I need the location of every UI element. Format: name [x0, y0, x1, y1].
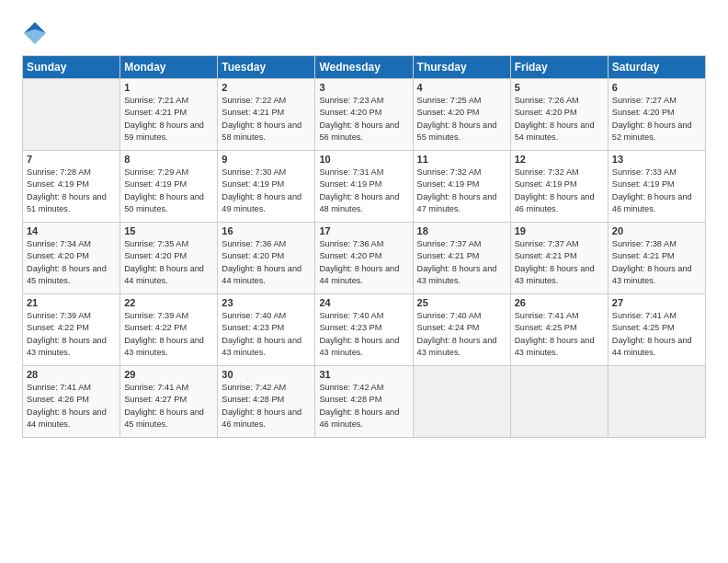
sunset-text: Sunset: 4:19 PM: [222, 178, 311, 190]
sunset-text: Sunset: 4:20 PM: [319, 250, 408, 262]
weekday-header: Wednesday: [315, 56, 413, 79]
calendar-cell: [510, 366, 608, 438]
sunrise-text: Sunrise: 7:41 AM: [124, 382, 213, 394]
day-info: Sunrise: 7:22 AMSunset: 4:21 PMDaylight:…: [222, 95, 311, 144]
sunset-text: Sunset: 4:20 PM: [515, 107, 604, 119]
day-info: Sunrise: 7:31 AMSunset: 4:19 PMDaylight:…: [319, 167, 408, 215]
sunset-text: Sunset: 4:23 PM: [222, 322, 311, 334]
day-number: 11: [417, 154, 506, 165]
day-number: 18: [417, 225, 506, 236]
day-info: Sunrise: 7:34 AMSunset: 4:20 PMDaylight:…: [27, 238, 116, 287]
sunrise-text: Sunrise: 7:21 AM: [124, 95, 213, 107]
day-info: Sunrise: 7:32 AMSunset: 4:19 PMDaylight:…: [417, 167, 506, 215]
calendar-week-row: 28Sunrise: 7:41 AMSunset: 4:26 PMDayligh…: [23, 366, 706, 438]
calendar-cell: 2Sunrise: 7:22 AMSunset: 4:21 PMDaylight…: [218, 79, 315, 151]
sunset-text: Sunset: 4:24 PM: [417, 322, 506, 334]
calendar-cell: [23, 79, 120, 151]
header-row: SundayMondayTuesdayWednesdayThursdayFrid…: [23, 56, 706, 79]
sunrise-text: Sunrise: 7:39 AM: [124, 310, 213, 322]
day-number: 12: [515, 154, 604, 165]
day-info: Sunrise: 7:29 AMSunset: 4:19 PMDaylight:…: [124, 167, 213, 215]
sunset-text: Sunset: 4:20 PM: [319, 107, 408, 119]
day-number: 27: [612, 297, 701, 308]
sunset-text: Sunset: 4:19 PM: [515, 178, 604, 190]
calendar-week-row: 7Sunrise: 7:28 AMSunset: 4:19 PMDaylight…: [23, 151, 706, 223]
sunrise-text: Sunrise: 7:41 AM: [515, 310, 604, 322]
sunset-text: Sunset: 4:22 PM: [124, 322, 213, 334]
day-info: Sunrise: 7:42 AMSunset: 4:28 PMDaylight:…: [222, 382, 311, 431]
day-info: Sunrise: 7:37 AMSunset: 4:21 PMDaylight:…: [417, 238, 506, 287]
day-info: Sunrise: 7:38 AMSunset: 4:21 PMDaylight:…: [612, 238, 701, 287]
daylight-text: Daylight: 8 hours and 50 minutes.: [124, 191, 213, 216]
sunset-text: Sunset: 4:20 PM: [417, 107, 506, 119]
calendar-week-row: 1Sunrise: 7:21 AMSunset: 4:21 PMDaylight…: [23, 79, 706, 151]
weekday-header: Thursday: [413, 56, 510, 79]
sunset-text: Sunset: 4:20 PM: [612, 107, 701, 119]
sunset-text: Sunset: 4:20 PM: [222, 250, 311, 262]
day-info: Sunrise: 7:26 AMSunset: 4:20 PMDaylight:…: [515, 95, 604, 144]
day-info: Sunrise: 7:32 AMSunset: 4:19 PMDaylight:…: [515, 167, 604, 215]
sunrise-text: Sunrise: 7:26 AM: [515, 95, 604, 107]
calendar-cell: 30Sunrise: 7:42 AMSunset: 4:28 PMDayligh…: [218, 366, 315, 438]
day-number: 23: [222, 297, 311, 308]
calendar-cell: 22Sunrise: 7:39 AMSunset: 4:22 PMDayligh…: [120, 294, 218, 366]
sunrise-text: Sunrise: 7:27 AM: [612, 95, 701, 107]
daylight-text: Daylight: 8 hours and 43 minutes.: [515, 263, 604, 288]
day-info: Sunrise: 7:27 AMSunset: 4:20 PMDaylight:…: [612, 95, 701, 144]
sunset-text: Sunset: 4:19 PM: [417, 178, 506, 190]
daylight-text: Daylight: 8 hours and 49 minutes.: [222, 191, 311, 216]
sunset-text: Sunset: 4:21 PM: [417, 250, 506, 262]
calendar-cell: 25Sunrise: 7:40 AMSunset: 4:24 PMDayligh…: [413, 294, 510, 366]
sunrise-text: Sunrise: 7:37 AM: [515, 238, 604, 250]
daylight-text: Daylight: 8 hours and 48 minutes.: [319, 191, 408, 216]
header-area: [22, 17, 706, 46]
day-number: 5: [515, 82, 604, 93]
day-number: 21: [27, 297, 116, 308]
day-info: Sunrise: 7:41 AMSunset: 4:25 PMDaylight:…: [515, 310, 604, 359]
sunset-text: Sunset: 4:23 PM: [319, 322, 408, 334]
day-info: Sunrise: 7:33 AMSunset: 4:19 PMDaylight:…: [612, 167, 701, 215]
sunset-text: Sunset: 4:28 PM: [319, 394, 408, 406]
weekday-header: Friday: [510, 56, 608, 79]
day-number: 25: [417, 297, 506, 308]
calendar-cell: 14Sunrise: 7:34 AMSunset: 4:20 PMDayligh…: [23, 223, 120, 294]
daylight-text: Daylight: 8 hours and 45 minutes.: [124, 407, 213, 431]
daylight-text: Daylight: 8 hours and 55 minutes.: [417, 120, 506, 144]
daylight-text: Daylight: 8 hours and 51 minutes.: [27, 191, 116, 216]
sunrise-text: Sunrise: 7:33 AM: [612, 167, 701, 178]
calendar-cell: 12Sunrise: 7:32 AMSunset: 4:19 PMDayligh…: [510, 151, 608, 223]
calendar-table: SundayMondayTuesdayWednesdayThursdayFrid…: [22, 55, 706, 438]
day-number: 30: [222, 369, 311, 380]
daylight-text: Daylight: 8 hours and 46 minutes.: [222, 407, 311, 431]
calendar-cell: 23Sunrise: 7:40 AMSunset: 4:23 PMDayligh…: [218, 294, 315, 366]
sunrise-text: Sunrise: 7:22 AM: [222, 95, 311, 107]
day-number: 9: [222, 154, 311, 165]
daylight-text: Daylight: 8 hours and 43 minutes.: [319, 335, 408, 360]
calendar-cell: 10Sunrise: 7:31 AMSunset: 4:19 PMDayligh…: [315, 151, 413, 223]
day-number: 16: [222, 225, 311, 236]
sunrise-text: Sunrise: 7:34 AM: [27, 238, 116, 250]
calendar-week-row: 21Sunrise: 7:39 AMSunset: 4:22 PMDayligh…: [23, 294, 706, 366]
daylight-text: Daylight: 8 hours and 44 minutes.: [27, 407, 116, 431]
sunset-text: Sunset: 4:20 PM: [27, 250, 116, 262]
sunset-text: Sunset: 4:19 PM: [319, 178, 408, 190]
daylight-text: Daylight: 8 hours and 58 minutes.: [222, 120, 311, 144]
sunset-text: Sunset: 4:20 PM: [124, 250, 213, 262]
calendar-cell: 16Sunrise: 7:36 AMSunset: 4:20 PMDayligh…: [218, 223, 315, 294]
daylight-text: Daylight: 8 hours and 45 minutes.: [27, 263, 116, 288]
weekday-header: Sunday: [23, 56, 120, 79]
day-info: Sunrise: 7:41 AMSunset: 4:25 PMDaylight:…: [612, 310, 701, 359]
day-number: 10: [319, 154, 408, 165]
daylight-text: Daylight: 8 hours and 43 minutes.: [124, 335, 213, 360]
day-info: Sunrise: 7:37 AMSunset: 4:21 PMDaylight:…: [515, 238, 604, 287]
day-info: Sunrise: 7:35 AMSunset: 4:20 PMDaylight:…: [124, 238, 213, 287]
calendar-cell: [413, 366, 510, 438]
day-number: 13: [612, 154, 701, 165]
day-number: 14: [27, 225, 116, 236]
daylight-text: Daylight: 8 hours and 43 minutes.: [515, 335, 604, 360]
sunrise-text: Sunrise: 7:28 AM: [27, 167, 116, 178]
calendar-cell: 19Sunrise: 7:37 AMSunset: 4:21 PMDayligh…: [510, 223, 608, 294]
day-info: Sunrise: 7:40 AMSunset: 4:24 PMDaylight:…: [417, 310, 506, 359]
day-info: Sunrise: 7:39 AMSunset: 4:22 PMDaylight:…: [124, 310, 213, 359]
calendar-cell: 28Sunrise: 7:41 AMSunset: 4:26 PMDayligh…: [23, 366, 120, 438]
